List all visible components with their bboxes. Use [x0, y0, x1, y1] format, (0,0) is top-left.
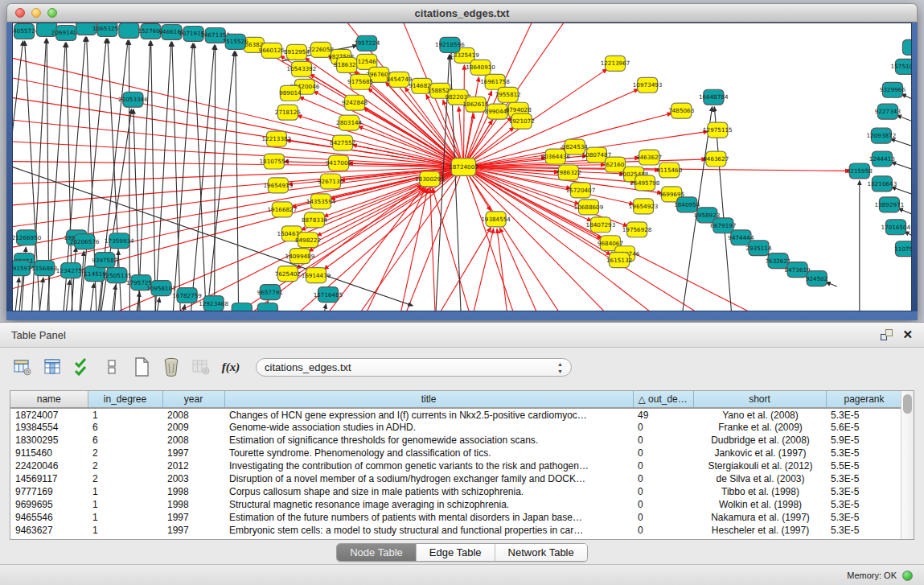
new-file-icon[interactable] [132, 357, 151, 377]
table-row[interactable]: 1830029562008Estimation of significance … [10, 434, 901, 447]
table-row[interactable]: 2242004622012Investigating the contribut… [10, 459, 901, 472]
teal-node[interactable]: 1840954 [674, 197, 700, 212]
yellow-node[interactable]: 9267130 [318, 174, 344, 189]
teal-node[interactable]: 12923468 [199, 296, 228, 311]
teal-node[interactable]: 924502 [806, 271, 828, 286]
teal-node[interactable]: 24055724 [13, 23, 39, 39]
yellow-node[interactable]: 7485063 [668, 103, 694, 118]
teal-node[interactable] [119, 23, 139, 38]
yellow-node[interactable]: 9660126 [259, 43, 285, 58]
yellow-node[interactable]: 1921072 [509, 113, 535, 129]
yellow-node[interactable]: 989014 [279, 85, 302, 101]
teal-node[interactable]: 9227343 [875, 104, 901, 119]
yellow-node[interactable]: 9115460 [656, 163, 683, 178]
yellow-node[interactable]: 9242848 [342, 95, 368, 110]
yellow-node[interactable]: 12213967 [601, 56, 630, 71]
yellow-node[interactable]: 9463627 [636, 150, 662, 165]
scrollbar-thumb[interactable] [903, 394, 912, 414]
yellow-node[interactable]: 19756928 [622, 222, 652, 237]
teal-node[interactable]: 2935114 [745, 241, 772, 256]
teal-node[interactable]: 8215958 [847, 163, 873, 179]
table-row[interactable]: 1872400712008Changes of HCN gene express… [10, 408, 901, 421]
teal-node[interactable] [902, 39, 911, 55]
yellow-node[interactable]: 19654923 [629, 199, 659, 214]
teal-node[interactable]: 21053346 [118, 92, 148, 107]
column-header-title[interactable]: title [224, 391, 633, 408]
network-canvas[interactable]: 1872400776638229660126891295422260589827… [12, 23, 912, 311]
yellow-node[interactable]: 8878334 [302, 212, 328, 228]
table-vertical-scrollbar[interactable] [901, 391, 914, 539]
teal-node[interactable]: 16648784 [699, 89, 729, 105]
table-row[interactable]: 946554611997Estimation of the future num… [10, 511, 901, 524]
tab-node-table[interactable]: Node Table [337, 544, 417, 561]
teal-node[interactable]: 7957224 [354, 35, 380, 51]
yellow-node[interactable]: 12213382 [262, 131, 292, 146]
table-row[interactable]: 969969511998Structural magnetic resonanc… [10, 498, 901, 511]
table-row[interactable]: 946362711997Embryonic stem cells: a mode… [10, 524, 901, 537]
yellow-node[interactable]: 8498222 [295, 233, 321, 248]
table-row[interactable]: 1456911722003Disruption of a novel membe… [10, 472, 901, 485]
teal-node[interactable]: 1244413 [869, 151, 895, 167]
yellow-node[interactable]: 12975115 [703, 122, 733, 138]
column-header-in_degree[interactable]: in_degree [88, 391, 162, 408]
tab-edge-table[interactable]: Edge Table [417, 544, 495, 561]
table-row[interactable]: 1938455462009Genome-wide association stu… [10, 421, 901, 434]
teal-node[interactable] [257, 303, 277, 311]
citation-network-graph[interactable]: 1872400776638229660126891295422260589827… [13, 23, 911, 311]
yellow-node[interactable]: 10688609 [574, 200, 604, 215]
yellow-node[interactable]: 7955812 [495, 87, 521, 102]
select-checkmarks-icon[interactable] [72, 357, 92, 377]
tab-network-table[interactable]: Network Table [495, 544, 587, 561]
column-header-out_de[interactable]: △ out_de… [633, 391, 693, 408]
teal-node[interactable]: 110753 [894, 241, 911, 257]
column-header-pagerank[interactable]: pagerank [826, 391, 901, 408]
teal-node[interactable]: 7515526 [223, 34, 249, 49]
yellow-node[interactable]: 19384554 [481, 212, 511, 227]
yellow-node[interactable]: 18407293 [586, 217, 616, 233]
yellow-node[interactable]: 8186328 [334, 57, 360, 72]
teal-node[interactable]: 13892971 [875, 197, 905, 212]
yellow-node[interactable]: 7986322 [556, 165, 581, 180]
teal-node[interactable]: 12093872 [867, 128, 897, 143]
yellow-node[interactable]: 9463627 [703, 151, 729, 167]
function-builder-icon[interactable]: f(x) [221, 357, 240, 377]
window-titlebar[interactable]: citations_edges.txt [6, 3, 918, 23]
teal-node[interactable] [232, 303, 252, 311]
yellow-node[interactable]: 2803144 [336, 115, 363, 130]
teal-node[interactable]: 1156863 [31, 261, 57, 276]
node-table[interactable]: namein_degreeyeartitle△ out_de…shortpage… [10, 391, 901, 537]
teal-node[interactable]: 15751074 [891, 59, 911, 74]
close-panel-icon[interactable]: ✕ [902, 329, 913, 340]
show-column-icon[interactable] [43, 357, 62, 377]
yellow-node[interactable]: 7625402 [275, 266, 301, 282]
column-header-short[interactable]: short [693, 391, 826, 408]
teal-node[interactable]: 9397587 [92, 253, 117, 268]
yellow-node[interactable]: 10973493 [633, 77, 663, 93]
teal-node[interactable]: 9329966 [880, 82, 906, 97]
teal-node[interactable]: 391591 [13, 261, 31, 276]
yellow-node[interactable]: 18724007 [449, 159, 478, 176]
row-height-icon[interactable] [102, 357, 121, 377]
yellow-node[interactable]: 2718126 [275, 105, 302, 120]
teal-node[interactable]: 9657791 [257, 285, 283, 300]
yellow-node[interactable]: 8912954 [284, 44, 310, 60]
yellow-node[interactable]: 1615132 [606, 253, 632, 268]
table-row[interactable]: 911546021997Tourette syndrome. Phenomeno… [10, 447, 901, 459]
yellow-node[interactable]: 9175685 [347, 74, 373, 89]
yellow-node[interactable]: 8427552 [330, 135, 355, 150]
yellow-node[interactable]: 19166827 [268, 202, 298, 217]
trash-icon[interactable] [162, 357, 181, 377]
float-panel-icon[interactable] [881, 329, 893, 340]
yellow-node[interactable]: 14353594 [306, 194, 336, 209]
table-settings-icon[interactable] [13, 357, 32, 377]
teal-node[interactable]: 18210643 [868, 176, 897, 192]
yellow-node[interactable]: 10543392 [287, 61, 317, 76]
yellow-node[interactable]: 19654913 [264, 178, 294, 193]
yellow-node[interactable]: 9417008 [326, 155, 352, 171]
table-select-dropdown[interactable]: citations_edges.txt ▲▼ [256, 358, 572, 377]
column-header-name[interactable]: name [10, 391, 88, 408]
teal-node[interactable]: 16782759 [172, 288, 202, 303]
teal-node[interactable]: 10653257 [92, 23, 122, 36]
table-row[interactable]: 977716911998Corpus callosum shape and si… [10, 485, 901, 498]
column-header-year[interactable]: year [162, 391, 224, 408]
